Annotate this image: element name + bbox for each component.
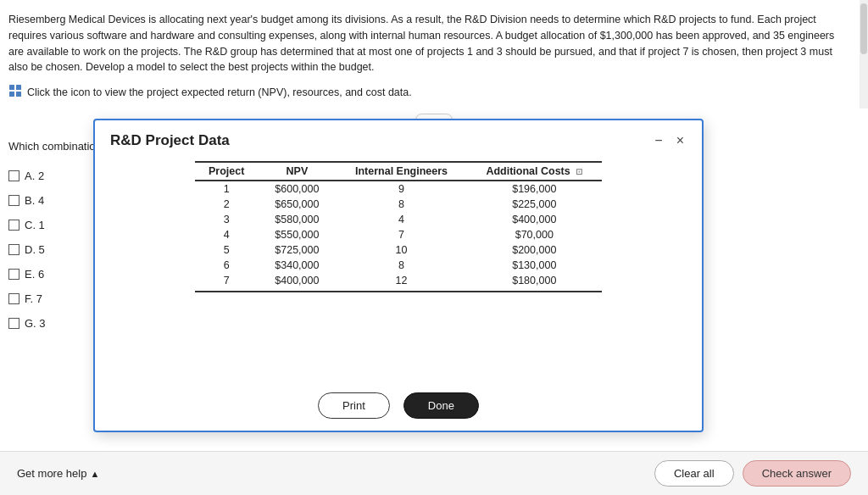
- get-more-help-link[interactable]: Get more help ▲: [17, 467, 99, 480]
- svg-rect-1: [16, 85, 21, 90]
- main-container: Riesemberg Medical Devices is allocating…: [0, 0, 868, 495]
- checkbox-c[interactable]: [8, 220, 19, 231]
- table-row: 5$725,00010$200,000: [195, 242, 602, 258]
- table-cell: 5: [195, 242, 258, 258]
- grid-icon[interactable]: [8, 84, 22, 100]
- col-header-project: Project: [195, 162, 258, 181]
- option-label-a: A. 2: [25, 170, 44, 182]
- table-cell: $400,000: [467, 212, 602, 227]
- table-row: 1$600,0009$196,000: [195, 181, 602, 197]
- content-area: A. 2 B. 4 C. 1 D. 5 E. 6 F. 7: [0, 166, 868, 495]
- table-cell: $600,000: [258, 181, 336, 197]
- table-cell: 6: [195, 258, 258, 273]
- modal-minimize-button[interactable]: −: [652, 134, 665, 147]
- table-cell: 1: [195, 181, 258, 197]
- icon-link-text: Click the icon to view the project expec…: [27, 86, 412, 98]
- table-cell: $180,000: [467, 273, 602, 292]
- option-label-c: C. 1: [25, 219, 45, 231]
- modal-header: R&D Project Data − ×: [95, 120, 702, 156]
- table-cell: 3: [195, 212, 258, 227]
- modal-title: R&D Project Data: [110, 132, 230, 149]
- print-button[interactable]: Print: [318, 392, 390, 419]
- table-cell: $400,000: [258, 273, 336, 292]
- table-cell: $550,000: [258, 227, 336, 242]
- col-header-npv: NPV: [258, 162, 336, 181]
- table-row: 6$340,0008$130,000: [195, 258, 602, 273]
- table-cell: $225,000: [467, 197, 602, 212]
- checkbox-f[interactable]: [8, 293, 19, 304]
- table-cell: 10: [336, 242, 466, 258]
- option-label-e: E. 6: [25, 268, 44, 281]
- table-cell: $725,000: [258, 242, 336, 258]
- table-cell: 4: [336, 212, 466, 227]
- modal-close-button[interactable]: ×: [674, 134, 687, 147]
- scrollbar-track[interactable]: [860, 0, 868, 108]
- svg-rect-2: [9, 92, 14, 97]
- table-row: 2$650,0008$225,000: [195, 197, 602, 212]
- table-cell: $580,000: [258, 212, 336, 227]
- checkbox-e[interactable]: [8, 269, 19, 280]
- done-button[interactable]: Done: [403, 392, 479, 419]
- table-cell: 2: [195, 197, 258, 212]
- scrollbar-thumb: [860, 3, 867, 54]
- table-cell: 9: [336, 181, 466, 197]
- project-data-table: Project NPV Internal Engineers Additiona…: [195, 161, 602, 292]
- table-cell: $70,000: [467, 227, 602, 242]
- option-label-f: F. 7: [25, 292, 42, 305]
- col-header-costs: Additional Costs ⊡: [467, 162, 602, 181]
- bottom-right-buttons: Clear all Check answer: [654, 460, 851, 487]
- option-label-b: B. 4: [25, 194, 44, 207]
- checkbox-g[interactable]: [8, 318, 19, 329]
- svg-rect-3: [16, 92, 21, 97]
- help-arrow-icon: ▲: [90, 469, 99, 479]
- table-cell: 8: [336, 258, 466, 273]
- table-cell: 7: [195, 273, 258, 292]
- checkbox-a[interactable]: [8, 170, 19, 181]
- svg-rect-0: [9, 85, 14, 90]
- table-cell: $200,000: [467, 242, 602, 258]
- table-row: 4$550,0007$70,000: [195, 227, 602, 242]
- sort-icon: ⊡: [576, 167, 582, 176]
- check-answer-button[interactable]: Check answer: [743, 460, 851, 487]
- col-header-engineers: Internal Engineers: [336, 162, 466, 181]
- option-label-d: D. 5: [25, 243, 45, 256]
- modal-controls: − ×: [652, 134, 687, 147]
- table-cell: $340,000: [258, 258, 336, 273]
- table-cell: 7: [336, 227, 466, 242]
- table-row: 3$580,0004$400,000: [195, 212, 602, 227]
- table-cell: 8: [336, 197, 466, 212]
- table-cell: $650,000: [258, 197, 336, 212]
- table-row: 7$400,00012$180,000: [195, 273, 602, 292]
- modal-dialog: R&D Project Data − × Project NPV Interna…: [93, 119, 704, 432]
- table-cell: 4: [195, 227, 258, 242]
- clear-all-button[interactable]: Clear all: [654, 460, 734, 487]
- modal-body: Project NPV Internal Engineers Additiona…: [95, 156, 702, 384]
- problem-text: Riesemberg Medical Devices is allocating…: [8, 12, 854, 75]
- bottom-bar: Get more help ▲ Clear all Check answer: [0, 451, 868, 495]
- help-text: Get more help: [17, 467, 86, 480]
- table-cell: 12: [336, 273, 466, 292]
- checkbox-b[interactable]: [8, 195, 19, 206]
- checkbox-d[interactable]: [8, 244, 19, 255]
- option-label-g: G. 3: [25, 317, 46, 330]
- icon-link-row: Click the icon to view the project expec…: [8, 84, 854, 100]
- modal-footer: Print Done: [95, 384, 702, 431]
- table-cell: $196,000: [467, 181, 602, 197]
- top-section: Riesemberg Medical Devices is allocating…: [0, 0, 868, 108]
- table-cell: $130,000: [467, 258, 602, 273]
